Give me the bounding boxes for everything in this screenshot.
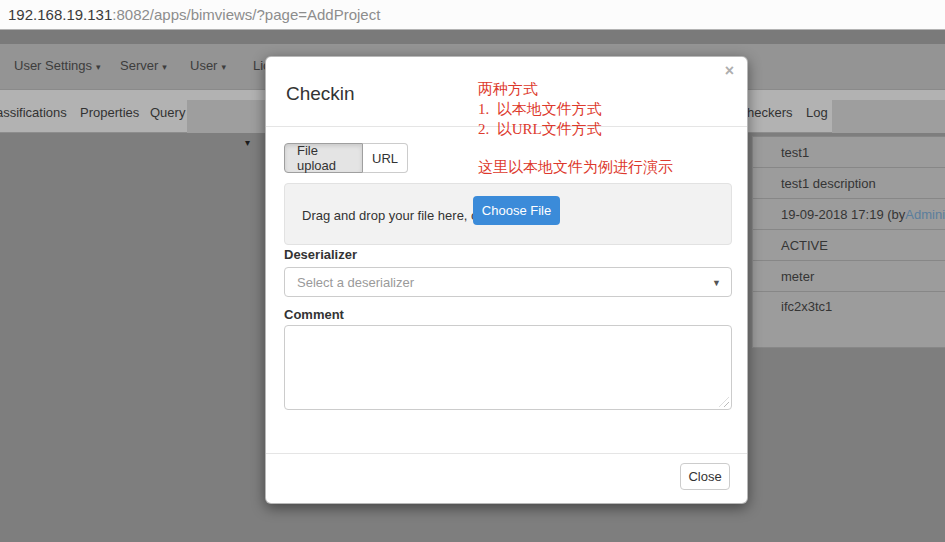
upload-mode-tabs: File upload URL <box>284 143 408 173</box>
caret-down-icon: ▾ <box>221 62 226 72</box>
table-row-state: ACTIVE <box>753 230 945 261</box>
browser-url-bar[interactable]: 192.168.19.131:8082/apps/bimviews/?page=… <box>0 0 945 30</box>
caret-down-icon: ▾ <box>162 62 167 72</box>
tab-log[interactable]: Log <box>806 105 828 120</box>
table-row-unit: meter <box>753 261 945 292</box>
dropzone-text: Drag and drop your file here, or <box>302 208 483 223</box>
file-dropzone[interactable]: Drag and drop your file here, or Choose … <box>284 183 732 245</box>
tab-checkers[interactable]: heckers <box>747 105 793 120</box>
annotation-line-4: 这里以本地文件为例进行演示 <box>478 158 673 177</box>
user-link[interactable]: Admini <box>905 207 945 222</box>
tab-classifications[interactable]: assifications <box>0 105 67 120</box>
annotation-line-1: 两种方式 <box>478 80 538 99</box>
select-arrow-icon: ▼ <box>712 278 721 288</box>
nav-item-user-settings[interactable]: User Settings▾ <box>14 58 101 73</box>
tab-file-upload[interactable]: File upload <box>284 143 363 173</box>
footer-divider <box>266 453 747 454</box>
tab-url[interactable]: URL <box>363 143 408 173</box>
annotation-line-2: 1. 以本地文件方式 <box>478 100 602 119</box>
table-row-schema: ifc2x3tc1 <box>753 292 945 348</box>
page-top-strip <box>0 30 945 44</box>
deserializer-label: Deserializer <box>284 247 357 262</box>
url-host: 192.168.19.131 <box>8 6 112 23</box>
table-row-name: test1 <box>753 137 945 168</box>
table-row-created: 19-09-2018 17:19 (by Admini <box>753 199 945 230</box>
comment-textarea[interactable] <box>284 325 732 410</box>
tabbar-dark-segment <box>187 100 265 133</box>
resize-grip-icon[interactable] <box>719 397 729 407</box>
screen: 192.168.19.131:8082/apps/bimviews/?page=… <box>0 0 945 542</box>
tabbar-dark-segment <box>832 100 945 133</box>
comment-label: Comment <box>284 307 344 322</box>
close-button[interactable]: Close <box>680 463 730 490</box>
deserializer-select[interactable]: Select a deserializer ▼ <box>284 267 732 297</box>
table-row-description: test1 description <box>753 168 945 199</box>
nav-item-user[interactable]: User▾ <box>190 58 226 73</box>
project-detail-table: test1 test1 description 19-09-2018 17:19… <box>752 136 945 348</box>
close-icon[interactable]: × <box>725 63 734 79</box>
modal-title: Checkin <box>286 83 355 105</box>
tab-properties[interactable]: Properties <box>80 105 139 120</box>
annotation-line-3: 2. 以URL文件方式 <box>478 120 602 139</box>
nav-item-server[interactable]: Server▾ <box>120 58 167 73</box>
tree-caret-down-icon[interactable]: ▾ <box>245 137 250 148</box>
tab-query[interactable]: Query <box>150 105 185 120</box>
caret-down-icon: ▾ <box>96 62 101 72</box>
choose-file-button[interactable]: Choose File <box>473 196 560 225</box>
deserializer-selected-value: Select a deserializer <box>297 275 414 290</box>
url-path: :8082/apps/bimviews/?page=AddProject <box>112 6 380 23</box>
